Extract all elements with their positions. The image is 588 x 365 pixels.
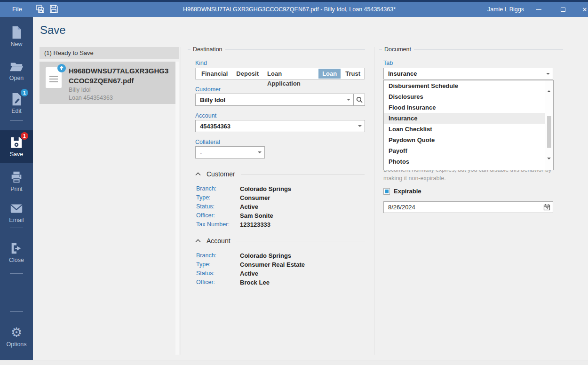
dropdown-option[interactable]: Photos <box>384 156 545 167</box>
info-row: Status:Active <box>196 203 365 212</box>
kind-label: Kind <box>195 60 207 66</box>
dropdown-option-selected[interactable]: Insurance <box>384 113 545 124</box>
sidebar-item-label: Open <box>0 75 33 81</box>
sidebar-item-label: Email <box>0 217 33 223</box>
file-menu[interactable]: File <box>5 2 30 17</box>
dropdown-option[interactable]: Paydown Quote <box>384 135 545 145</box>
application-window: File H968DWNSU7TALGXR3GHG3CCOC9ZQEN67.pd… <box>0 0 588 365</box>
queue-scrollbar[interactable] <box>175 62 179 355</box>
chevron-down-icon[interactable] <box>344 94 353 105</box>
sidebar-item-save[interactable]: 1 Save <box>0 130 33 163</box>
sidebar-item-label: Save <box>0 151 33 158</box>
sidebar-item-options[interactable]: ⚙ Options <box>0 325 33 348</box>
queue-file-item[interactable]: H968DWNSU7TALGXR3GHG3CCOC9ZQEN67.pdf Bil… <box>40 62 175 104</box>
sidebar-item-new[interactable]: New <box>0 25 33 48</box>
account-value: 454354363 <box>196 123 355 130</box>
save-all-icon[interactable] <box>35 4 45 14</box>
user-name: Jamie L Biggs <box>487 2 524 17</box>
dropdown-option[interactable]: Payoff <box>384 145 545 156</box>
sidebar-divider <box>10 311 23 312</box>
tab-combobox[interactable]: Insurance <box>383 68 553 79</box>
close-window-button[interactable]: ✕ <box>574 2 588 17</box>
calendar-icon[interactable] <box>540 202 553 213</box>
tab-dropdown-list: Disbursement Schedule Disclosures Flood … <box>383 80 554 170</box>
window-title: H968DWNSU7TALGXR3GHG3CCOC9ZQEN67.pdf - B… <box>141 2 437 17</box>
account-info-section-header[interactable]: Account <box>195 237 365 245</box>
sidebar-divider <box>10 120 23 121</box>
destination-legend: Destination <box>193 46 222 53</box>
dropdown-option[interactable]: Disclosures <box>384 91 545 102</box>
info-row: Type:Consumer <box>196 194 365 203</box>
collateral-value: - <box>196 149 255 156</box>
page-title: Save <box>40 24 66 37</box>
minimize-button[interactable] <box>528 2 549 17</box>
panel-divider <box>181 47 181 355</box>
sidebar-item-email[interactable]: Email <box>0 201 33 223</box>
sidebar-item-label: Edit <box>0 108 33 114</box>
upload-arrow-icon <box>57 64 66 72</box>
customer-info-section-header[interactable]: Customer <box>195 170 365 178</box>
document-legend: Document <box>384 46 411 53</box>
save-icon[interactable] <box>48 4 59 14</box>
kind-tab-loan[interactable]: Loan <box>318 69 341 79</box>
info-row: Status:Active <box>196 270 365 279</box>
destination-section: Destination <box>188 46 365 53</box>
kind-tabbar: Financial Deposit Loan Application Loan … <box>195 68 365 79</box>
edit-document-icon: 1 <box>9 92 24 106</box>
search-icon <box>356 96 363 103</box>
printer-icon <box>9 170 24 184</box>
sidebar-divider <box>10 228 23 228</box>
sidebar-item-label: New <box>0 41 33 48</box>
title-bar: File H968DWNSU7TALGXR3GHG3CCOC9ZQEN67.pd… <box>0 0 588 17</box>
sidebar: New Open 1 Edit 1 Save <box>0 17 33 360</box>
dropdown-scrollbar[interactable] <box>545 80 553 170</box>
queue-header: (1) Ready to Save <box>40 47 179 59</box>
sidebar-item-print[interactable]: Print <box>0 170 33 192</box>
tab-label: Tab <box>383 60 393 66</box>
scrollbar-thumb[interactable] <box>547 116 551 148</box>
new-document-icon <box>9 25 24 40</box>
sidebar-item-edit[interactable]: 1 Edit <box>0 92 33 114</box>
dropdown-option[interactable]: Disbursement Schedule <box>384 80 545 91</box>
file-account: Loan 454354363 <box>69 95 113 101</box>
expirable-checkbox[interactable] <box>383 188 390 195</box>
dropdown-option[interactable]: Loan Checklist <box>384 124 545 135</box>
sidebar-divider <box>10 273 23 274</box>
chevron-down-icon[interactable] <box>543 68 553 79</box>
expiration-date-value: 8/26/2024 <box>384 204 540 211</box>
collateral-label: Collateral <box>195 139 220 145</box>
open-folder-icon <box>9 59 24 73</box>
sidebar-item-label: Options <box>0 341 33 348</box>
save-badge: 1 <box>21 132 28 140</box>
customer-search-button[interactable] <box>353 94 365 105</box>
scroll-down-icon[interactable] <box>547 159 551 168</box>
kind-tab-financial[interactable]: Financial <box>198 69 231 79</box>
sidebar-item-close[interactable]: Close <box>0 241 33 263</box>
scroll-up-icon[interactable] <box>547 82 551 91</box>
expiration-date-field[interactable]: 8/26/2024 <box>383 201 553 213</box>
collateral-combobox[interactable]: - <box>195 146 265 159</box>
dropdown-option[interactable]: Flood Insurance <box>384 102 545 113</box>
pdf-document-icon <box>46 67 62 88</box>
sidebar-item-open[interactable]: Open <box>0 59 33 81</box>
file-customer: Billy Idol <box>69 87 91 93</box>
chevron-down-icon[interactable] <box>355 120 365 132</box>
sidebar-item-label: Close <box>0 257 33 263</box>
kind-tab-trust[interactable]: Trust <box>342 69 364 79</box>
chevron-down-icon[interactable] <box>255 147 264 158</box>
panel-divider <box>374 47 374 355</box>
kind-tab-deposit[interactable]: Deposit <box>232 69 262 79</box>
account-label: Account <box>195 112 216 119</box>
maximize-button[interactable] <box>552 2 574 17</box>
file-name: H968DWNSU7TALGXR3GHG3CCOC9ZQEN67.pdf <box>69 66 172 86</box>
info-row: Branch:Colorado Springs <box>196 252 365 261</box>
gear-icon: ⚙ <box>9 325 24 340</box>
kind-tab-loan-application[interactable]: Loan Application <box>263 69 318 79</box>
sidebar-item-label: Print <box>0 186 33 192</box>
info-row: Officer:Sam Sonite <box>196 212 365 221</box>
customer-combobox[interactable]: Billy Idol <box>195 94 365 106</box>
account-combobox[interactable]: 454354363 <box>195 120 365 132</box>
checkbox-checked-mark <box>385 190 389 193</box>
chevron-up-icon <box>195 172 201 176</box>
document-section: Document <box>379 46 563 53</box>
